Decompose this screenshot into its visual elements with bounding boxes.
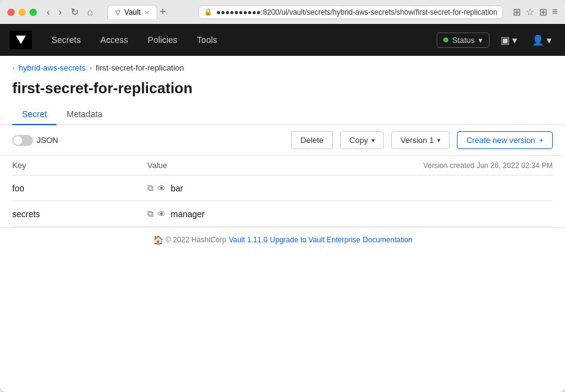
browser-controls: ‹ › ↻ ⌂	[44, 5, 95, 19]
status-label: Status	[452, 36, 475, 45]
back-button[interactable]: ‹	[44, 5, 52, 19]
table-col-value-header: Value	[147, 161, 423, 170]
create-version-button[interactable]: Create new version +	[457, 131, 553, 149]
breadcrumb-parent-link[interactable]: hybrid-aws-secrets	[18, 63, 85, 72]
status-chevron-icon: ▾	[478, 36, 483, 45]
tab-metadata[interactable]: Metadata	[56, 104, 112, 125]
nav-user-icon[interactable]: 👤 ▾	[528, 32, 555, 48]
maximize-button[interactable]	[29, 9, 37, 16]
footer-upgrade-link[interactable]: Upgrade to Vault Enterprise	[270, 236, 360, 244]
row-icons-secrets: ⧉ 👁	[147, 209, 166, 219]
table-header: Key Value Version created Jun 26, 2022 0…	[12, 156, 553, 175]
nav-item-policies[interactable]: Policies	[138, 24, 187, 56]
home-button[interactable]: ⌂	[85, 5, 96, 19]
app-content: Secrets Access Policies Tools Status ▾ ▣…	[0, 24, 565, 392]
refresh-button[interactable]: ↻	[68, 5, 81, 19]
address-bar[interactable]: 🔒 ●●●●●●●●●●:8200/ui/vault/secrets/hybri…	[198, 6, 502, 19]
copy-button[interactable]: Copy ▾	[340, 131, 384, 149]
create-version-plus-icon: +	[539, 136, 544, 145]
json-toggle-label: JSON	[37, 136, 58, 145]
breadcrumb-separator: ›	[89, 63, 92, 72]
copy-row-icon[interactable]: ⧉	[147, 209, 154, 219]
row-icons-foo: ⧉ 👁	[147, 183, 166, 193]
tab-close-icon[interactable]: ✕	[144, 9, 149, 16]
table-col-key-header: Key	[12, 161, 147, 170]
vault-logo[interactable]	[10, 31, 32, 49]
breadcrumb-current: first-secret-for-replication	[96, 63, 184, 72]
footer-copyright: © 2022 HashiCorp	[166, 236, 227, 244]
main-content: ‹ hybrid-aws-secrets › first-secret-for-…	[0, 56, 565, 392]
close-button[interactable]	[7, 9, 15, 16]
eye-icon[interactable]: 👁	[157, 183, 166, 193]
tab-favicon: ▽	[115, 9, 120, 16]
nav-item-secrets[interactable]: Secrets	[42, 24, 90, 56]
create-version-label: Create new version	[466, 136, 535, 145]
browser-tab-vault[interactable]: ▽ Vault ✕	[107, 5, 157, 19]
nav-item-tools[interactable]: Tools	[187, 24, 227, 56]
eye-icon[interactable]: 👁	[157, 209, 166, 219]
copy-chevron-icon: ▾	[372, 137, 375, 144]
address-security-icon: 🔒	[204, 8, 212, 16]
extensions-icon[interactable]: ⊞	[539, 6, 547, 18]
page-title: first-secret-for-replication	[0, 77, 565, 104]
nav-right: Status ▾ ▣ ▾ 👤 ▾	[437, 32, 555, 48]
bookmark-icon[interactable]: ☆	[526, 6, 534, 18]
row-key-foo: foo	[12, 183, 147, 193]
nav-display-icon[interactable]: ▣ ▾	[497, 32, 521, 48]
breadcrumb-sep-icon: ‹	[12, 63, 15, 72]
forward-button[interactable]: ›	[56, 5, 64, 19]
version-button[interactable]: Version 1 ▾	[391, 131, 450, 149]
table-version-created: Version created Jun 26, 2022 02:34 PM	[423, 161, 553, 170]
version-chevron-icon: ▾	[437, 137, 440, 144]
tabs: Secret Metadata	[0, 104, 565, 125]
footer: 🏠 © 2022 HashiCorp Vault 1.11.0 Upgrade …	[0, 227, 565, 252]
menu-icon[interactable]: ≡	[552, 6, 558, 18]
row-key-secrets: secrets	[12, 209, 147, 219]
user-icon: 👤	[532, 34, 544, 46]
minimize-button[interactable]	[18, 9, 26, 16]
browser-actions: ⊞ ☆ ⊞ ≡	[513, 6, 558, 18]
nav-items: Secrets Access Policies Tools	[42, 24, 227, 56]
tab-secret[interactable]: Secret	[12, 104, 56, 125]
add-tab-button[interactable]: +	[160, 6, 166, 18]
tab-title: Vault	[124, 8, 140, 17]
secret-table: Key Value Version created Jun 26, 2022 0…	[0, 156, 565, 227]
json-toggle[interactable]: JSON	[12, 135, 58, 146]
json-toggle-switch[interactable]	[12, 135, 33, 146]
table-row: foo ⧉ 👁 bar	[12, 175, 553, 201]
secret-toolbar: JSON Delete Copy ▾ Version 1 ▾ Create ne…	[0, 125, 565, 156]
row-value-foo: bar	[171, 183, 183, 193]
footer-vault-version-link[interactable]: Vault 1.11.0	[228, 236, 267, 244]
table-row: secrets ⧉ 👁 manager	[12, 201, 553, 227]
browser-window: ‹ › ↻ ⌂ ▽ Vault ✕ + 🔒 ●●●●●●●●●●:8200/ui…	[0, 0, 565, 392]
vault-logo-triangle	[16, 36, 26, 44]
tab-bar: ▽ Vault ✕ +	[107, 5, 193, 19]
display-chevron-icon: ▾	[512, 34, 517, 46]
grid-icon[interactable]: ⊞	[513, 6, 521, 18]
status-dot	[443, 37, 448, 42]
user-chevron-icon: ▾	[547, 34, 551, 46]
traffic-lights	[7, 9, 37, 16]
delete-button[interactable]: Delete	[291, 131, 333, 149]
copy-row-icon[interactable]: ⧉	[147, 183, 154, 193]
hashicorp-icon: 🏠	[153, 235, 163, 245]
display-icon: ▣	[501, 34, 510, 46]
address-bar-url: ●●●●●●●●●●:8200/ui/vault/secrets/hybrid-…	[216, 8, 497, 17]
nav-item-access[interactable]: Access	[90, 24, 138, 56]
breadcrumb: ‹ hybrid-aws-secrets › first-secret-for-…	[0, 56, 565, 77]
version-label: Version 1	[400, 136, 434, 145]
nav-bar: Secrets Access Policies Tools Status ▾ ▣…	[0, 24, 565, 56]
browser-titlebar: ‹ › ↻ ⌂ ▽ Vault ✕ + 🔒 ●●●●●●●●●●:8200/ui…	[0, 0, 565, 24]
copy-label: Copy	[349, 136, 368, 145]
footer-docs-link[interactable]: Documentation	[363, 236, 413, 244]
row-value-secrets: manager	[171, 209, 205, 219]
status-badge[interactable]: Status ▾	[437, 33, 489, 48]
